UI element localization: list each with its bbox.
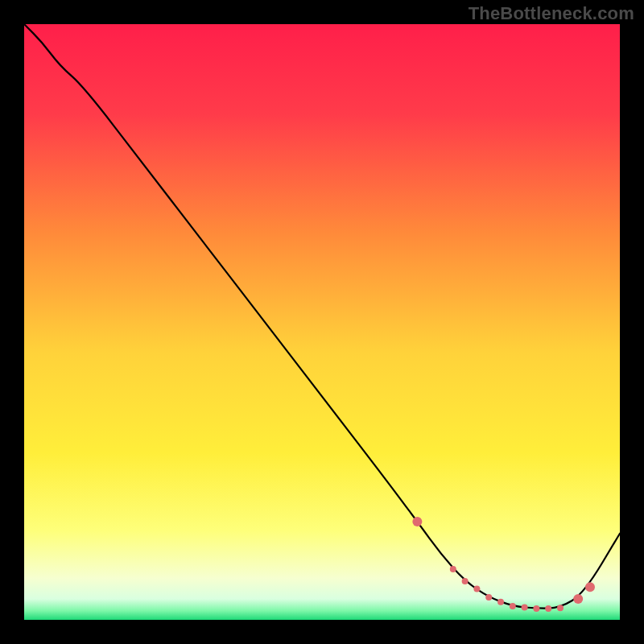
highlight-point [412,517,422,526]
highlight-point [497,599,504,605]
curve-layer [24,24,620,620]
highlight-point [485,594,492,601]
chart-frame: TheBottleneck.com [0,0,644,644]
bottleneck-curve [24,24,620,609]
plot-area [24,24,620,620]
highlight-point [522,605,528,611]
highlight-point [585,582,595,592]
highlight-point [557,605,564,611]
highlight-point [510,603,516,609]
highlight-points-group [412,517,595,612]
watermark-text: TheBottleneck.com [469,3,634,24]
highlight-point [450,566,456,572]
highlight-point [545,605,551,612]
highlight-point [473,586,480,592]
highlight-point [573,594,583,604]
highlight-point [462,578,469,584]
highlight-point [533,605,539,612]
